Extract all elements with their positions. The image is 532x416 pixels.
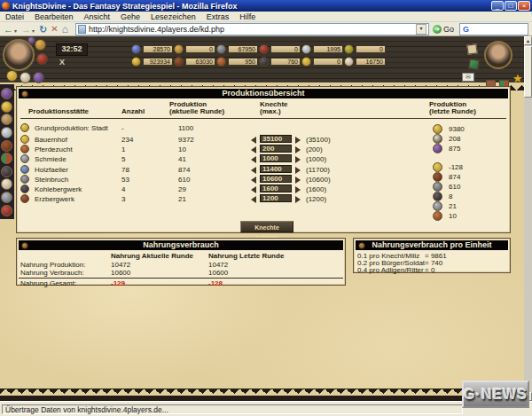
left-nav-icon-1[interactable]: [1, 88, 12, 99]
opponent-avatar[interactable]: [484, 41, 512, 69]
increase-knechte-arrow[interactable]: [295, 177, 301, 184]
station-name: Holzfaeller: [35, 166, 68, 174]
map-icon[interactable]: [468, 59, 479, 69]
close-button[interactable]: ×: [518, 1, 530, 11]
shield-icon[interactable]: [36, 53, 48, 65]
left-nav-icon-4[interactable]: [1, 127, 12, 138]
decrease-knechte-arrow[interactable]: [251, 146, 256, 153]
assign-knechte-button[interactable]: Knechte zuteilen: [240, 221, 293, 232]
increase-knechte-arrow[interactable]: [295, 167, 301, 174]
forward-dropdown-icon[interactable]: ▾: [32, 27, 35, 34]
minimize-button[interactable]: _: [491, 1, 504, 11]
firefox-icon: [2, 2, 10, 10]
scroll-up-icon[interactable]: ▲: [524, 36, 532, 45]
crown-icon[interactable]: [35, 39, 46, 51]
food-col-current: Nahrung Aktuelle Runde: [111, 253, 193, 260]
badge-icon-1[interactable]: [6, 70, 18, 82]
decrease-knechte-arrow[interactable]: [251, 186, 256, 193]
col-header-prod-2: (aktuelle Runde): [169, 108, 224, 115]
search-bar: G: [459, 23, 528, 35]
knechte-input[interactable]: [260, 145, 292, 153]
station-production: 1100: [178, 124, 193, 132]
knechte-input[interactable]: [260, 165, 292, 173]
maximize-button[interactable]: □: [505, 1, 517, 11]
silver-icon: [301, 44, 311, 54]
menu-hilfe[interactable]: Hilfe: [234, 12, 261, 21]
game-page: 32:52 X 28570 0 67950 0 1995 0 923934 63…: [0, 36, 524, 401]
menu-lesezeichen[interactable]: Lesezeichen: [145, 12, 201, 21]
home-icon[interactable]: ⌂: [62, 24, 68, 35]
decrease-knechte-arrow[interactable]: [251, 167, 256, 174]
left-nav-icon-3[interactable]: [1, 114, 12, 125]
knechte-input[interactable]: [260, 135, 292, 143]
decrease-knechte-arrow[interactable]: [251, 137, 256, 144]
scrollbar-thumb[interactable]: [524, 46, 532, 98]
resource-value: 28570: [143, 45, 173, 53]
navigation-toolbar: ← ▾ → ▾ ↻ ✕ ⌂ ▾ ➔ Go G: [0, 22, 532, 36]
station-production: 9372: [178, 136, 194, 144]
increase-knechte-arrow[interactable]: [295, 186, 301, 193]
back-icon[interactable]: ←: [4, 24, 13, 35]
left-nav-icon-7[interactable]: [1, 166, 12, 177]
star-icon[interactable]: ★: [512, 73, 523, 84]
knechte-input[interactable]: [260, 194, 292, 202]
url-input[interactable]: [89, 25, 416, 34]
last-round-value: 610: [449, 183, 460, 191]
decrease-knechte-arrow[interactable]: [251, 177, 256, 184]
increase-knechte-arrow[interactable]: [295, 137, 301, 144]
menu-extras[interactable]: Extras: [201, 12, 235, 21]
back-dropdown-icon[interactable]: ▾: [14, 27, 17, 34]
go-button[interactable]: Go: [443, 25, 454, 34]
left-nav-icon-8[interactable]: [1, 178, 12, 190]
production-title-bar: Produktionsübersicht: [19, 89, 508, 98]
menu-bearbeiten[interactable]: Bearbeiten: [29, 12, 79, 21]
search-input[interactable]: [469, 24, 532, 35]
menu-datei[interactable]: Datei: [0, 12, 29, 21]
knechte-input[interactable]: [260, 175, 292, 183]
farm-icon: [20, 135, 29, 144]
knechte-input[interactable]: [260, 154, 292, 162]
sulfur-icon: [344, 44, 354, 54]
knechte-input[interactable]: [260, 184, 292, 192]
resource-value: 67950: [228, 45, 258, 53]
menu-gehe[interactable]: Gehe: [115, 12, 145, 21]
last-round-value: 8: [449, 192, 452, 200]
increase-knechte-arrow[interactable]: [295, 146, 301, 153]
increase-knechte-arrow[interactable]: [295, 196, 301, 203]
left-nav-icon-2[interactable]: [1, 101, 12, 113]
menu-ansicht[interactable]: Ansicht: [79, 12, 116, 21]
decrease-knechte-arrow[interactable]: [251, 156, 256, 163]
food-total-last: -128: [208, 279, 223, 287]
per-unit-value: = 0: [425, 266, 434, 274]
forward-icon[interactable]: →: [21, 24, 31, 35]
production-panel: Produktionsübersicht Produktionsstätte A…: [16, 86, 511, 233]
decrease-knechte-arrow[interactable]: [251, 196, 256, 203]
coal-icon: [259, 57, 269, 67]
go-icon[interactable]: ➔: [433, 25, 442, 34]
badge-icon-3[interactable]: [33, 72, 44, 83]
vertical-scrollbar[interactable]: ▲ ▼: [524, 36, 532, 401]
station-name: Bauernhof: [35, 136, 67, 144]
stop-icon[interactable]: ✕: [51, 24, 58, 35]
left-nav-icon-10[interactable]: [1, 205, 12, 216]
station-name: Schmiede: [35, 155, 66, 163]
station-name: Grundproduktion: Stadt: [35, 124, 108, 132]
scroll-parchment-icon[interactable]: [466, 43, 477, 54]
coal-icon: [20, 184, 29, 193]
horse-icon: [216, 57, 226, 67]
reload-icon[interactable]: ↻: [39, 24, 47, 35]
left-nav-icon-9[interactable]: [1, 192, 12, 203]
station-count: 78: [121, 166, 129, 174]
url-dropdown-icon[interactable]: ▾: [416, 24, 426, 35]
left-nav-icon-5[interactable]: [1, 140, 12, 152]
badge-icon-2[interactable]: [20, 72, 31, 83]
parchment-torn-edge-bottom: [0, 389, 524, 396]
mail-icon[interactable]: ✉: [462, 73, 474, 82]
last-round-value: 9380: [449, 125, 465, 133]
left-nav-icon-6[interactable]: [1, 153, 12, 164]
wheat-icon: [433, 162, 442, 172]
food-rule: [19, 278, 343, 279]
increase-knechte-arrow[interactable]: [295, 156, 301, 163]
horse-icon: [433, 211, 442, 221]
last-round-value: 21: [449, 202, 457, 210]
